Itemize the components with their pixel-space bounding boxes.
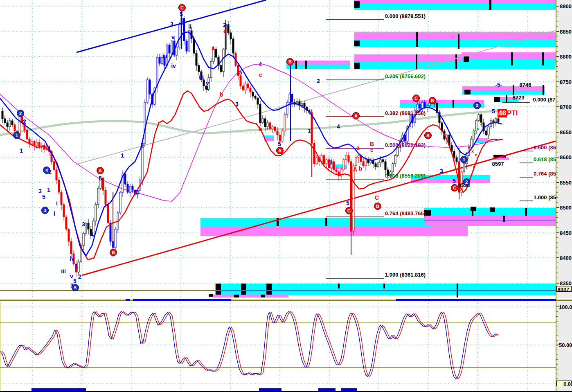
oscillator-surface[interactable]	[0, 302, 556, 391]
signal-bar	[133, 299, 231, 301]
signal-bar	[396, 299, 556, 301]
price-axis-background	[556, 0, 572, 392]
panel-separator	[0, 298, 572, 299]
signal-bar	[126, 299, 130, 301]
price-chart-surface[interactable]	[0, 0, 556, 297]
trading-chart-app: 46PTI 8337. 0.0 890088508800875087008650…	[0, 0, 572, 392]
